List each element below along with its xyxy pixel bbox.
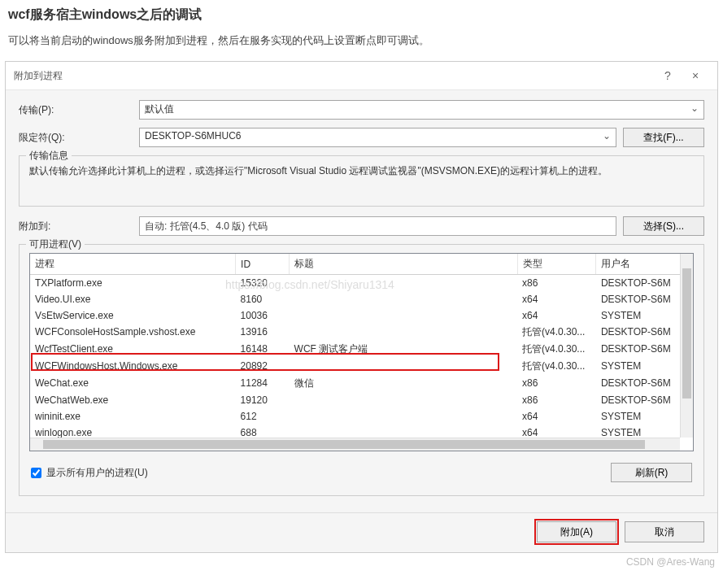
cell-user: DESKTOP-S6M — [596, 392, 693, 408]
cell-process: VsEtwService.exe — [30, 307, 236, 324]
close-icon[interactable]: × — [682, 67, 709, 85]
attach-to-value: 自动: 托管(4.5、4.0 版) 代码 — [139, 216, 616, 236]
dialog-title: 附加到进程 — [14, 69, 654, 83]
table-row[interactable]: WcfTestClient.exe16148WCF 测试客户端托管(v4.0.3… — [30, 341, 693, 358]
cell-type: 托管(v4.0.30... — [517, 358, 596, 375]
table-row[interactable]: Video.UI.exe8160x64DESKTOP-S6M — [30, 291, 693, 307]
transport-label: 传输(P): — [19, 103, 133, 117]
table-header-row: 进程 ID 标题 类型 用户名 — [30, 254, 693, 275]
cell-user: DESKTOP-S6M — [596, 324, 693, 341]
cell-title — [290, 324, 517, 341]
help-icon[interactable]: ? — [654, 67, 682, 85]
show-all-users-input[interactable] — [31, 468, 41, 478]
cell-process: TXPlatform.exe — [30, 275, 236, 291]
cell-title — [290, 275, 517, 291]
cell-type: x86 — [517, 392, 596, 408]
cell-user: DESKTOP-S6M — [596, 375, 693, 392]
table-row[interactable]: WeChatWeb.exe19120x86DESKTOP-S6M — [30, 392, 693, 408]
cell-title — [290, 291, 517, 307]
refresh-button[interactable]: 刷新(R) — [611, 463, 692, 482]
table-row[interactable]: WCFConsoleHostSample.vshost.exe13916托管(v… — [30, 324, 693, 341]
horizontal-scrollbar[interactable] — [30, 438, 680, 451]
qualifier-select[interactable]: DESKTOP-S6MHUC6 — [139, 128, 616, 147]
dialog-titlebar: 附加到进程 ? × — [6, 62, 717, 90]
cell-process: WcfTestClient.exe — [30, 341, 236, 358]
attach-to-process-dialog: 附加到进程 ? × 传输(P): 默认值 限定符(Q): DESKTOP-S6M… — [5, 61, 718, 553]
cell-process: WCFWindowsHost.Windows.exe — [30, 358, 236, 375]
column-header-title[interactable]: 标题 — [290, 254, 517, 275]
cell-type: 托管(v4.0.30... — [517, 341, 596, 358]
column-header-user[interactable]: 用户名 — [596, 254, 693, 275]
dialog-footer: 附加(A) 取消 — [6, 512, 717, 552]
cell-type: x64 — [517, 307, 596, 324]
cell-id: 13916 — [236, 324, 290, 341]
table-row[interactable]: wininit.exe612x64SYSTEM — [30, 408, 693, 425]
cell-id: 15320 — [236, 275, 290, 291]
page-subtitle: 可以将当前启动的windows服务附加到进程，然后在服务实现的代码上设置断点即可… — [8, 33, 715, 48]
transport-info-title: 传输信息 — [26, 149, 72, 163]
cell-title — [290, 358, 517, 375]
cell-type: 托管(v4.0.30... — [517, 324, 596, 341]
cell-process: WeChat.exe — [30, 375, 236, 392]
qualifier-label: 限定符(Q): — [19, 131, 133, 145]
transport-select[interactable]: 默认值 — [139, 100, 704, 120]
csdn-attribution: CSDN @Ares-Wang — [0, 553, 723, 571]
table-row[interactable]: TXPlatform.exe15320x86DESKTOP-S6M — [30, 275, 693, 291]
transport-info-text: 默认传输允许选择此计算机上的进程，或选择运行"Microsoft Visual … — [29, 164, 694, 178]
cell-id: 10036 — [236, 307, 290, 324]
cell-title: 微信 — [290, 375, 517, 392]
cell-id: 20892 — [236, 358, 290, 375]
show-all-users-label: 显示所有用户的进程(U) — [46, 466, 148, 480]
column-header-process[interactable]: 进程 — [30, 254, 236, 275]
cell-type: x64 — [517, 291, 596, 307]
find-button[interactable]: 查找(F)... — [623, 128, 704, 147]
cell-user: SYSTEM — [596, 358, 693, 375]
cell-type: x64 — [517, 408, 596, 425]
vertical-scrollbar-thumb[interactable] — [682, 268, 691, 399]
cell-id: 11284 — [236, 375, 290, 392]
cell-title — [290, 392, 517, 408]
cancel-button[interactable]: 取消 — [625, 521, 704, 542]
cell-id: 8160 — [236, 291, 290, 307]
cell-process: WCFConsoleHostSample.vshost.exe — [30, 324, 236, 341]
cell-id: 19120 — [236, 392, 290, 408]
attach-to-label: 附加到: — [19, 220, 133, 233]
available-processes-group: 可用进程(V) https://blog.csdn.net/Shiyaru131… — [19, 244, 704, 496]
column-header-id[interactable]: ID — [236, 254, 290, 275]
column-header-type[interactable]: 类型 — [517, 254, 596, 275]
vertical-scrollbar[interactable] — [680, 254, 693, 438]
process-table: 进程 ID 标题 类型 用户名 TXPlatform.exe15320x86DE… — [30, 254, 693, 441]
cell-process: WeChatWeb.exe — [30, 392, 236, 408]
table-row[interactable]: VsEtwService.exe10036x64SYSTEM — [30, 307, 693, 324]
cell-title: WCF 测试客户端 — [290, 341, 517, 358]
cell-type: x86 — [517, 275, 596, 291]
cell-title — [290, 408, 517, 425]
process-table-container: https://blog.csdn.net/Shiyaru1314 进程 ID … — [29, 253, 694, 451]
cell-user: DESKTOP-S6M — [596, 291, 693, 307]
select-button[interactable]: 选择(S)... — [623, 216, 704, 236]
cell-process: wininit.exe — [30, 408, 236, 425]
cell-user: SYSTEM — [596, 307, 693, 324]
cell-user: DESKTOP-S6M — [596, 341, 693, 358]
transport-info-group: 传输信息 默认传输允许选择此计算机上的进程，或选择运行"Microsoft Vi… — [19, 155, 704, 207]
horizontal-scrollbar-thumb[interactable] — [43, 440, 645, 449]
page-title: wcf服务宿主windows之后的调试 — [8, 7, 715, 24]
cell-process: Video.UI.exe — [30, 291, 236, 307]
table-row[interactable]: WeChat.exe11284微信x86DESKTOP-S6M — [30, 375, 693, 392]
show-all-users-checkbox[interactable]: 显示所有用户的进程(U) — [31, 466, 148, 480]
cell-title — [290, 307, 517, 324]
cell-type: x86 — [517, 375, 596, 392]
cell-id: 16148 — [236, 341, 290, 358]
attach-button[interactable]: 附加(A) — [537, 521, 616, 542]
table-row[interactable]: WCFWindowsHost.Windows.exe20892托管(v4.0.3… — [30, 358, 693, 375]
cell-user: DESKTOP-S6M — [596, 275, 693, 291]
available-processes-label: 可用进程(V) — [26, 237, 85, 251]
cell-id: 612 — [236, 408, 290, 425]
cell-user: SYSTEM — [596, 408, 693, 425]
